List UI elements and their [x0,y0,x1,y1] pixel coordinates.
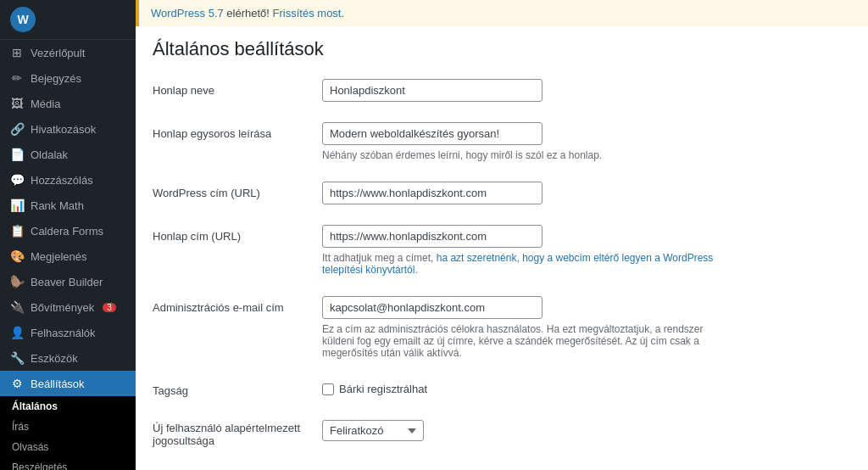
sidebar-logo: W [0,0,136,40]
page-title: Általános beállítások [153,38,851,60]
field-language: A honlap nyelve 🌐 Magyar English Deutsch [153,460,851,470]
form-table: Honlap neve Honlap egysoros leírása Néhá… [153,69,851,470]
settings-form: Honlap neve Honlap egysoros leírása Néhá… [136,69,868,470]
tagsag-checkbox-label[interactable]: Bárki regisztrálhat [339,383,427,395]
honlap-leiras-input[interactable] [322,122,542,145]
main-content: WordPress 5.7 elérhető! Frissítés most. … [136,0,868,470]
sidebar-item-caldera-forms[interactable]: 📋 Caldera Forms [0,218,136,243]
media-icon: 🖼 [10,97,24,110]
sidebar-item-megjelenes[interactable]: 🎨 Megjelenés [0,243,136,269]
update-now-link[interactable]: Frissítés most [273,7,342,20]
settings-icon: ⚙ [10,377,24,390]
content-area: WordPress 5.7 elérhető! Frissítés most. … [136,0,868,470]
new-user-role-select[interactable]: Feliratkozó Közreműködő Szerző Szerkeszt… [322,420,424,441]
sidebar-sub-iras[interactable]: Írás [0,417,136,437]
edit-icon: ✏ [10,71,24,85]
sidebar-item-media[interactable]: 🖼 Média [0,91,136,116]
sidebar-sub-olvasas[interactable]: Olvasás [0,437,136,457]
wp-cim-input[interactable] [322,182,542,204]
beaver-icon: 🦫 [10,275,24,288]
plugins-badge: 3 [103,303,116,312]
sidebar-item-bejegyzes[interactable]: ✏ Bejegyzés [0,65,136,91]
plugins-icon: 🔌 [10,300,24,314]
wordpress-version-link[interactable]: WordPress 5.7 [151,7,224,20]
honlap-leiras-label: Honlap egysoros leírása [153,127,271,140]
sidebar-item-hozzaszolas[interactable]: 💬 Hozzászólás [0,167,136,193]
sidebar-item-rank-math[interactable]: 📊 Rank Math [0,193,136,218]
sidebar-item-beallitasok[interactable]: ⚙ Beállítások [0,371,136,396]
tagsag-checkbox-row: Bárki regisztrálhat [322,379,851,395]
sidebar-sub-altalanos[interactable]: Általános [0,396,136,417]
honlap-neve-input[interactable] [322,79,542,102]
caldera-icon: 📋 [10,224,24,238]
page-header: Általános beállítások [136,26,868,69]
new-user-role-label: Új felhasználó alapértelmezettjogosultsá… [153,422,300,447]
honlap-cim-input[interactable] [322,225,542,248]
admin-email-description: Ez a cím az adminisztrációs célokra hasz… [322,323,729,359]
sidebar: W ⊞ Vezérlőpult ✏ Bejegyzés 🖼 Média 🔗 Hi… [0,0,136,470]
comments-icon: 💬 [10,173,24,187]
honlap-cim-description: Itt adhatjuk meg a címet, ha azt szeretn… [322,252,746,276]
admin-email-input[interactable] [322,296,542,319]
tagsag-checkbox[interactable] [322,383,334,395]
field-admin-email: Adminisztrációs e-mail cím Ez a cím az a… [153,286,851,369]
field-new-user-role: Új felhasználó alapértelmezettjogosultsá… [153,410,851,460]
sidebar-item-eszkozok[interactable]: 🔧 Eszközök [0,345,136,371]
dashboard-icon: ⊞ [10,46,24,59]
sidebar-submenu: Általános Írás Olvasás Beszélgetés Média… [0,396,136,470]
honlap-neve-label: Honlap neve [153,84,214,97]
update-notice: WordPress 5.7 elérhető! Frissítés most. [136,0,868,26]
sidebar-item-beaver-builder[interactable]: 🦫 Beaver Builder [0,269,136,294]
wp-logo-icon: W [10,7,36,32]
tagsag-label: Tagság [153,384,188,397]
tools-icon: 🔧 [10,351,24,365]
admin-email-label: Adminisztrációs e-mail cím [153,301,284,314]
field-honlap-neve: Honlap neve [153,69,851,112]
wp-cim-label: WordPress cím (URL) [153,187,260,199]
field-tagsag: Tagság Bárki regisztrálhat [153,369,851,410]
sidebar-item-felhasznalok[interactable]: 👤 Felhasználók [0,320,136,345]
sidebar-item-vezerlpult[interactable]: ⊞ Vezérlőpult [0,40,136,65]
honlap-leiras-description: Néhány szóban érdemes leírni, hogy miről… [322,149,746,161]
field-honlap-leiras: Honlap egysoros leírása Néhány szóban ér… [153,112,851,171]
field-honlap-cim: Honlap cím (URL) Itt adhatjuk meg a címe… [153,215,851,286]
sidebar-item-bovitmenyek[interactable]: 🔌 Bővítmények 3 [0,294,136,320]
field-wp-cim: WordPress cím (URL) [153,171,851,215]
sidebar-sub-beszelgetes[interactable]: Beszélgetés [0,457,136,470]
sidebar-item-oldalak[interactable]: 📄 Oldalak [0,142,136,167]
pages-icon: 📄 [10,148,24,161]
rank-math-icon: 📊 [10,199,24,212]
sidebar-item-hivatkozasok[interactable]: 🔗 Hivatkozások [0,116,136,142]
honlap-cim-label: Honlap cím (URL) [153,230,241,243]
links-icon: 🔗 [10,122,24,136]
users-icon: 👤 [10,326,24,339]
appearance-icon: 🎨 [10,249,24,263]
